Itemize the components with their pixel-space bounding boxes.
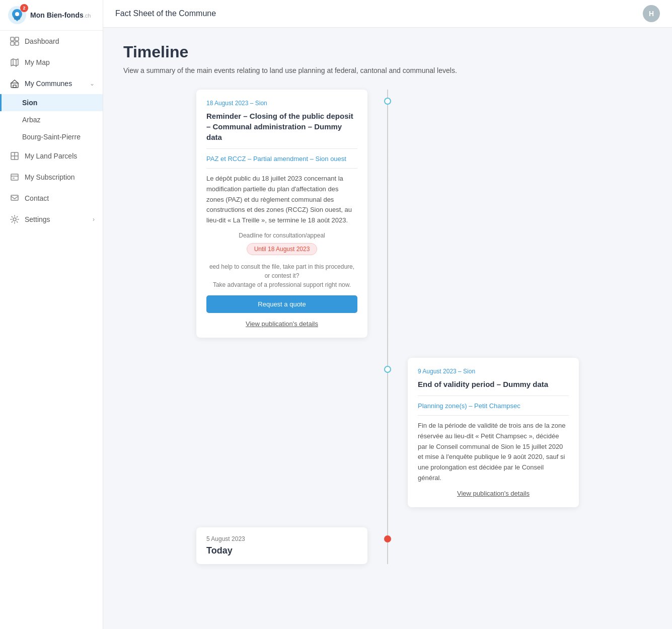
timeline-dot-2 [384,366,391,373]
timeline-dot-1 [384,98,391,105]
svg-rect-6 [15,42,19,45]
sidebar-item-arbaz[interactable]: Arbaz [0,111,103,128]
sidebar-item-contact[interactable]: Contact [0,188,103,209]
timeline-card-today: 5 August 2023 Today [196,527,367,564]
contact-icon [10,193,20,203]
timeline-dot-today [384,535,391,542]
timeline-row-2: 9 August 2023 – Sion End of validity per… [133,358,642,507]
sidebar-item-sion-label: Sion [22,99,37,107]
sidebar: 2 Mon Bien-fonds.ch Dashboard My Map My … [0,0,103,629]
header: Fact Sheet of the Commune H [103,0,672,28]
subscription-icon [10,172,20,182]
timeline-card-2: 9 August 2023 – Sion End of validity per… [408,358,579,507]
communes-icon [10,78,20,89]
card-1-date: 18 August 2023 – Sion [206,100,357,107]
sidebar-logo: 2 Mon Bien-fonds.ch [0,0,103,31]
sidebar-item-my-subscription[interactable]: My Subscription [0,167,103,188]
card-1-divider [206,148,357,149]
user-avatar[interactable]: H [643,5,660,22]
sidebar-item-sion[interactable]: Sion [0,94,103,111]
sidebar-item-my-communes-label: My Communes [25,80,72,88]
content-area: Timeline View a summary of the main even… [103,28,672,629]
card-2-link[interactable]: Planning zone(s) – Petit Champsec [418,402,520,410]
card-2-divider [418,396,569,396]
timeline-heading: Timeline [123,43,652,61]
timeline-row-3: 5 August 2023 Today [133,527,642,564]
card-2-divider-2 [418,415,569,416]
svg-rect-4 [15,37,19,41]
logo-badge: 2 [20,4,28,12]
map-icon [10,57,20,67]
sidebar-item-arbaz-label: Arbaz [22,116,41,124]
sidebar-item-my-communes[interactable]: My Communes ⌄ [0,73,103,94]
svg-rect-5 [11,42,14,45]
sidebar-item-bourg-saint-pierre[interactable]: Bourg-Saint-Pierre [0,128,103,145]
timeline-left-1: 18 August 2023 – Sion Reminder – Closing… [133,90,388,338]
dashboard-icon [10,36,20,46]
today-date: 5 August 2023 [206,535,357,542]
timeline-left-3: 5 August 2023 Today [133,527,388,564]
svg-point-1 [15,12,19,16]
svg-rect-17 [11,195,18,200]
timeline-card-1: 18 August 2023 – Sion Reminder – Closing… [196,90,367,338]
sidebar-item-bourg-saint-pierre-label: Bourg-Saint-Pierre [22,133,81,141]
timeline-subtitle: View a summary of the main events relati… [123,66,652,74]
sidebar-item-dashboard-label: Dashboard [25,37,59,45]
svg-point-18 [13,218,16,221]
card-1-deadline-badge: Until 18 August 2023 [247,243,318,255]
sidebar-item-my-map-label: My Map [25,58,50,66]
timeline: 18 August 2023 – Sion Reminder – Closing… [123,90,652,564]
card-1-divider-2 [206,168,357,169]
view-details-link-1[interactable]: View publication's details [206,320,357,328]
chevron-right-icon: › [93,216,95,223]
svg-rect-14 [11,174,18,180]
sidebar-item-settings-label: Settings [25,215,50,223]
logo-text: Mon Bien-fonds.ch [30,11,91,20]
card-1-title: Reminder – Closing of the public deposit… [206,111,357,142]
svg-rect-2 [14,16,20,20]
sidebar-item-my-land-parcels[interactable]: My Land Parcels [0,145,103,167]
timeline-row-1: 18 August 2023 – Sion Reminder – Closing… [133,90,642,338]
card-2-body: Fin de la période de validité de trois a… [418,421,569,484]
card-1-support-text: eed help to consult the file, take part … [206,262,357,289]
sidebar-item-my-land-parcels-label: My Land Parcels [25,152,77,160]
timeline-right-2: 9 August 2023 – Sion End of validity per… [388,358,642,507]
card-2-date: 9 August 2023 – Sion [418,368,569,375]
page-title: Fact Sheet of the Commune [115,9,216,18]
sidebar-item-dashboard[interactable]: Dashboard [0,31,103,52]
today-label: Today [206,545,357,556]
sidebar-item-my-map[interactable]: My Map [0,52,103,73]
card-1-link[interactable]: PAZ et RCCZ – Partial amendment – Sion o… [206,155,346,163]
view-details-link-2[interactable]: View publication's details [418,490,569,497]
logo-icon: 2 [8,6,26,24]
svg-rect-10 [13,85,16,88]
sidebar-item-contact-label: Contact [25,194,49,202]
sidebar-item-settings[interactable]: Settings › [0,209,103,230]
chevron-down-icon: ⌄ [90,80,95,87]
sidebar-item-my-subscription-label: My Subscription [25,173,75,181]
card-1-body: Le dépôt public du 18 juillet 2023 conce… [206,174,357,226]
card-1-deadline-label: Deadline for consultation/appeal [206,232,357,239]
parcels-icon [10,151,20,161]
request-quote-button[interactable]: Request a quote [206,295,357,313]
main-area: Fact Sheet of the Commune H Timeline Vie… [103,0,672,629]
svg-rect-3 [11,37,14,41]
settings-icon [10,214,20,224]
card-2-title: End of validity period – Dummy data [418,379,569,389]
